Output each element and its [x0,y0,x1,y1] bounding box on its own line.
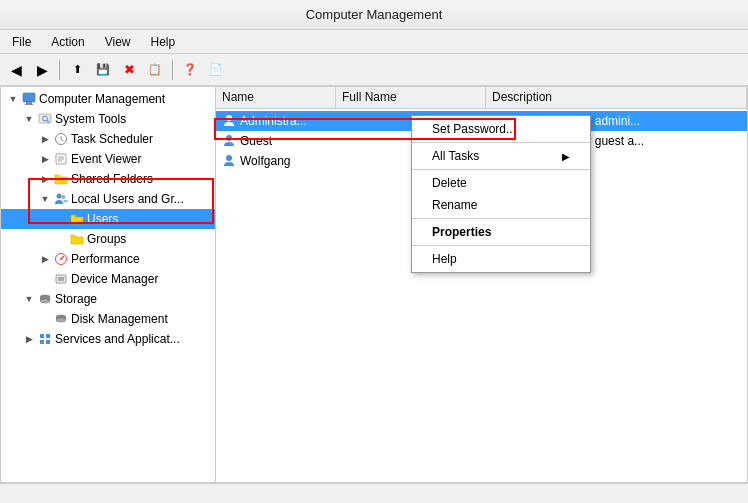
expander-task-scheduler[interactable]: ▶ [37,131,53,147]
expander-shared-folders[interactable]: ▶ [37,171,53,187]
up-button[interactable]: ⬆ [65,58,89,82]
ctx-delete[interactable]: Delete [412,172,590,194]
properties-button[interactable]: 📋 [143,58,167,82]
col-header-name: Name [216,87,336,108]
tree-label-users: Users [87,212,118,226]
ctx-help[interactable]: Help [412,248,590,270]
groups-folder-icon [69,231,85,247]
task-scheduler-icon [53,131,69,147]
title-bar: Computer Management [0,0,748,30]
tree-item-device-manager[interactable]: Device Manager [1,269,215,289]
svg-rect-27 [46,334,50,338]
disk-management-icon [53,311,69,327]
expander-groups [53,231,69,247]
toolbar: ◀ ▶ ⬆ 💾 ✖ 📋 ❓ 📄 [0,54,748,86]
expander-device-manager [37,271,53,287]
svg-line-8 [61,139,64,141]
save-button[interactable]: 💾 [91,58,115,82]
tree-label-root: Computer Management [39,92,165,106]
tree-label-system-tools: System Tools [55,112,126,126]
svg-point-13 [57,194,62,199]
ctx-divider-1 [412,142,590,143]
toolbar-separator-1 [59,60,60,80]
tree-item-performance[interactable]: ▶ Performance [1,249,215,269]
tree-item-local-users[interactable]: ▼ Local Users and Gr... [1,189,215,209]
svg-rect-3 [39,114,51,123]
user-name-guest: Guest [216,134,336,148]
svg-point-14 [62,195,66,199]
back-button[interactable]: ◀ [4,58,28,82]
tree-item-system-tools[interactable]: ▼ System Tools [1,109,215,129]
svg-point-22 [40,299,50,303]
tree-label-shared-folders: Shared Folders [71,172,153,186]
ctx-divider-2 [412,169,590,170]
svg-point-32 [226,155,232,161]
tree-panel[interactable]: ▼ Computer Management ▼ System Tools ▶ [1,87,216,482]
menu-help[interactable]: Help [143,33,184,51]
menu-view[interactable]: View [97,33,139,51]
expander-system-tools[interactable]: ▼ [21,111,37,127]
expander-services[interactable]: ▶ [21,331,37,347]
ctx-set-password[interactable]: Set Password... [412,118,590,140]
tree-label-device-manager: Device Manager [71,272,158,286]
tree-label-local-users: Local Users and Gr... [71,192,184,206]
column-headers: Name Full Name Description [216,87,747,109]
svg-point-17 [60,258,62,260]
ctx-rename[interactable]: Rename [412,194,590,216]
col-header-description: Description [486,87,747,108]
tree-label-event-viewer: Event Viewer [71,152,141,166]
tree-label-groups: Groups [87,232,126,246]
storage-icon [37,291,53,307]
svg-rect-19 [58,277,64,281]
menu-action[interactable]: Action [43,33,92,51]
delete-button[interactable]: ✖ [117,58,141,82]
svg-rect-28 [40,340,44,344]
toolbar-separator-2 [172,60,173,80]
svg-rect-29 [46,340,50,344]
context-menu[interactable]: Set Password... All Tasks ▶ Delete Renam… [411,115,591,273]
menu-bar: File Action View Help [0,30,748,54]
forward-button[interactable]: ▶ [30,58,54,82]
tree-item-users[interactable]: Users [1,209,215,229]
menu-file[interactable]: File [4,33,39,51]
user-name-administrator: Administra... [216,114,336,128]
tree-label-storage: Storage [55,292,97,306]
expander-event-viewer[interactable]: ▶ [37,151,53,167]
ctx-arrow-all-tasks: ▶ [562,151,570,162]
col-header-fullname: Full Name [336,87,486,108]
tree-item-event-viewer[interactable]: ▶ Event Viewer [1,149,215,169]
help-button[interactable]: ❓ [178,58,202,82]
content-panel: Name Full Name Description Administra...… [216,87,747,482]
expander-storage[interactable]: ▼ [21,291,37,307]
svg-point-25 [56,318,66,322]
shared-folders-icon [53,171,69,187]
window-title: Computer Management [306,7,443,22]
services-icon [37,331,53,347]
svg-rect-26 [40,334,44,338]
ctx-divider-3 [412,218,590,219]
tree-item-storage[interactable]: ▼ Storage [1,289,215,309]
expander-local-users[interactable]: ▼ [37,191,53,207]
tree-item-task-scheduler[interactable]: ▶ Task Scheduler [1,129,215,149]
tree-item-computer-management[interactable]: ▼ Computer Management [1,89,215,109]
ctx-all-tasks[interactable]: All Tasks ▶ [412,145,590,167]
svg-rect-0 [23,93,35,102]
view-button[interactable]: 📄 [204,58,228,82]
computer-icon [21,91,37,107]
device-manager-icon [53,271,69,287]
ctx-properties[interactable]: Properties [412,221,590,243]
system-tools-icon [37,111,53,127]
expander-performance[interactable]: ▶ [37,251,53,267]
expander-root[interactable]: ▼ [5,91,21,107]
ctx-divider-4 [412,245,590,246]
tree-item-shared-folders[interactable]: ▶ Shared Folders [1,169,215,189]
event-viewer-icon [53,151,69,167]
tree-item-disk-management[interactable]: Disk Management [1,309,215,329]
svg-point-30 [226,115,232,121]
tree-label-services: Services and Applicat... [55,332,180,346]
user-name-wolfgang: Wolfgang [216,154,336,168]
tree-item-services[interactable]: ▶ Services and Applicat... [1,329,215,349]
expander-users [53,211,69,227]
users-folder-icon [69,211,85,227]
tree-item-groups[interactable]: Groups [1,229,215,249]
